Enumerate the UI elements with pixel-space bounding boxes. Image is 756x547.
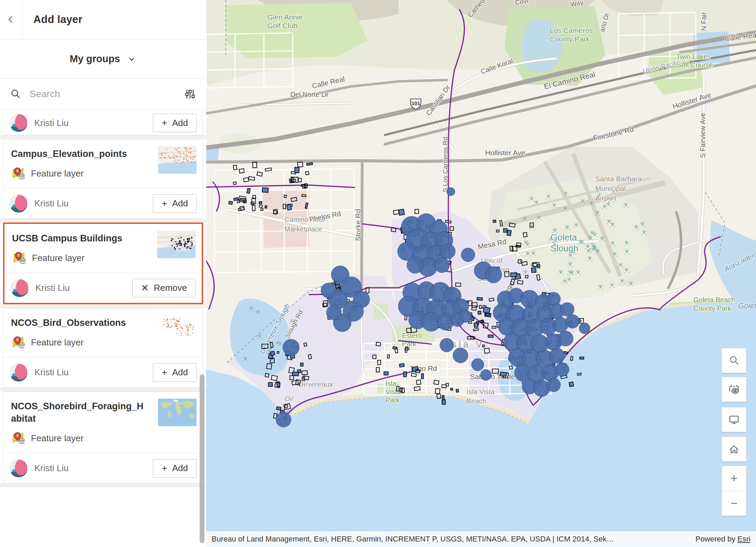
svg-text:Storke Rd: Storke Rd — [354, 209, 362, 241]
layer-card: Kristi Liu + Add — [3, 111, 203, 135]
basemap-button[interactable] — [722, 377, 746, 402]
monitor-icon — [728, 413, 740, 426]
svg-text:Firestone Rd: Firestone Rd — [592, 125, 634, 142]
zoom-out-button[interactable] — [722, 491, 746, 516]
add-button[interactable]: + Add — [153, 114, 197, 132]
action-glyph: + — [162, 199, 167, 208]
minus-icon — [728, 498, 740, 509]
action-label: Add — [172, 118, 188, 128]
scrollbar-thumb[interactable] — [200, 374, 204, 543]
svg-text:S Fairview Ave: S Fairview Ave — [699, 113, 707, 158]
layer-card: UCSB Campus Buildings — [3, 223, 203, 304]
back-button[interactable] — [0, 0, 22, 39]
card-gap — [0, 388, 206, 391]
action-label: Add — [172, 367, 188, 378]
plus-icon — [728, 472, 740, 484]
svg-text:101: 101 — [411, 100, 420, 106]
svg-text:Twin Lakes: Twin Lakes — [676, 53, 711, 60]
display-button[interactable] — [722, 407, 746, 432]
feature-layer-icon — [11, 166, 25, 181]
layer-results-list: Kristi Liu + Add Campus_Elevation_points — [0, 110, 206, 547]
svg-text:Estero: Estero — [402, 332, 422, 339]
search-bar — [0, 79, 206, 110]
home-icon — [728, 443, 740, 455]
svg-text:Golf Course: Golf Course — [676, 61, 713, 69]
remove-button[interactable]: ✕ Remove — [132, 279, 196, 297]
map-attribution: Bureau of Land Management, Esri, HERE, G… — [206, 531, 756, 547]
feature-layer-icon — [12, 250, 26, 266]
svg-text:Marketplace: Marketplace — [285, 225, 322, 233]
svg-text:Del Norte Dr: Del Norte Dr — [290, 91, 329, 98]
svg-text:Hollister Ave: Hollister Ave — [485, 149, 525, 157]
search-icon — [728, 355, 740, 366]
owner-name: Kristi Liu — [34, 367, 153, 378]
svg-text:County Park: County Park — [693, 305, 732, 312]
layer-thumbnail — [158, 315, 197, 343]
svg-text:Goleta: Goleta — [551, 232, 577, 242]
action-label: Add — [172, 463, 188, 474]
svg-text:Devereaux: Devereaux — [298, 380, 333, 388]
chevron-down-icon — [127, 54, 136, 64]
map-canvas[interactable]: Glen AnnieGolf ClubCoviWayCathedralLos C… — [206, 0, 756, 547]
search-icon — [10, 89, 21, 100]
svg-text:Beach: Beach — [467, 397, 486, 405]
feature-layer-icon — [11, 430, 25, 446]
layer-type-label: Feature layer — [31, 433, 84, 444]
svg-text:Isla Vista: Isla Vista — [467, 388, 495, 396]
add-button[interactable]: + Add — [153, 363, 197, 382]
owner-avatar — [10, 459, 27, 477]
svg-text:Airport: Airport — [595, 194, 616, 202]
chevron-left-icon — [5, 13, 17, 26]
svg-text:S Los Carneros Rd: S Los Carneros Rd — [442, 137, 449, 192]
add-button[interactable]: + Add — [153, 459, 197, 478]
svg-text:Goleta Beach: Goleta Beach — [693, 296, 735, 304]
home-button[interactable] — [722, 437, 746, 461]
action-label: Add — [172, 198, 188, 209]
svg-text:N Fair: N Fair — [700, 12, 708, 31]
basemap-svg: Glen AnnieGolf ClubCoviWayCathedralLos C… — [206, 0, 756, 547]
svg-text:Golf Club: Golf Club — [267, 22, 298, 30]
card-gap — [0, 483, 206, 487]
owner-name: Kristi Liu — [34, 118, 153, 128]
powered-by: Powered by Esri — [696, 535, 751, 544]
layer-thumbnail — [158, 146, 197, 174]
layer-type-label: Feature layer — [31, 337, 84, 348]
card-gap — [0, 219, 206, 223]
add-layer-panel: Add layer My groups — [0, 0, 206, 547]
layer-thumbnail — [158, 399, 197, 426]
layer-type-label: Feature layer — [31, 168, 84, 179]
layer-thumbnail — [157, 231, 196, 258]
svg-text:Goleta S: Goleta S — [738, 301, 756, 310]
filter-sliders-icon[interactable] — [184, 88, 196, 100]
layer-card: NCOS_Bird_Observations — [3, 308, 203, 388]
action-glyph: + — [162, 368, 167, 377]
esri-link[interactable]: Esri — [737, 535, 751, 543]
action-glyph: ✕ — [141, 283, 149, 293]
search-input[interactable] — [29, 88, 177, 100]
layer-card: Campus_Elevation_points — [3, 139, 203, 219]
svg-text:Santa Barbara: Santa Barbara — [595, 175, 642, 183]
owner-avatar — [10, 364, 27, 381]
owner-avatar — [10, 195, 27, 213]
action-glyph: + — [162, 118, 167, 128]
owner-avatar — [10, 114, 27, 132]
add-button[interactable]: + Add — [153, 194, 197, 213]
card-gap — [0, 304, 206, 308]
svg-text:Los Cameros: Los Cameros — [550, 26, 593, 34]
basemap-icon — [728, 383, 740, 396]
feature-layer-icon — [11, 334, 25, 350]
owner-avatar — [11, 279, 29, 297]
svg-text:Park: Park — [386, 396, 400, 404]
svg-text:Glen Annie: Glen Annie — [267, 13, 303, 21]
owner-name: Kristi Liu — [34, 463, 153, 474]
group-filter-dropdown[interactable]: My groups — [0, 39, 206, 79]
group-filter-label: My groups — [70, 53, 120, 65]
svg-text:Slough: Slough — [551, 243, 578, 253]
zoom-in-button[interactable] — [722, 466, 746, 491]
action-label: Remove — [154, 283, 187, 293]
attribution-text: Bureau of Land Management, Esri, HERE, G… — [212, 535, 687, 544]
card-gap — [0, 135, 206, 139]
page-title: Add layer — [22, 0, 82, 39]
zoom-control — [722, 466, 746, 516]
map-search-button[interactable] — [722, 348, 746, 373]
